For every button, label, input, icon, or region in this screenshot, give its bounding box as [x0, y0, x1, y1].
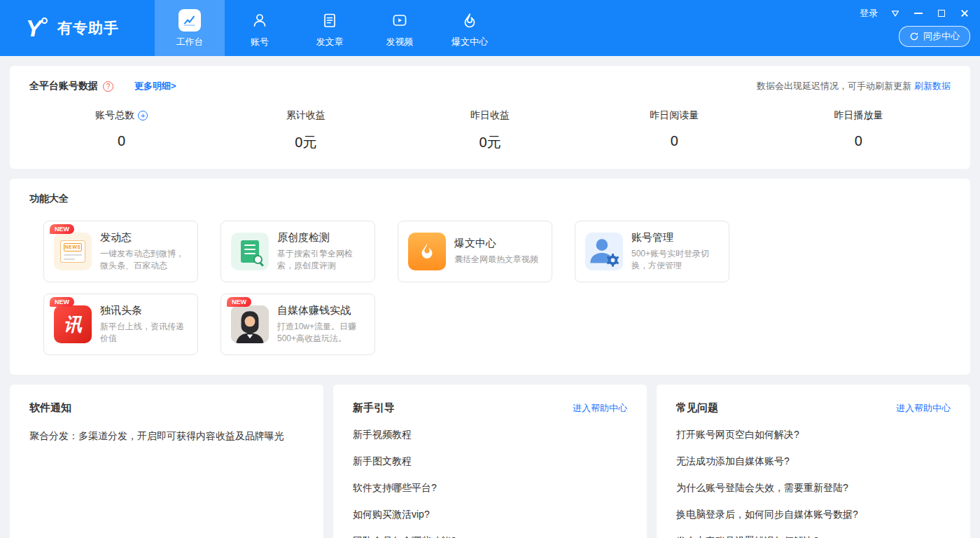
stat-label: 账号总数: [29, 109, 214, 122]
guide-item[interactable]: 如何购买激活vip?: [353, 502, 627, 528]
faq-item[interactable]: 无法成功添加自媒体账号?: [676, 448, 951, 475]
faq-item[interactable]: 为什么账号登陆会失效，需要重新登陆?: [676, 475, 951, 502]
feature-desc: 500+账号实时登录切换，方便管理: [631, 248, 719, 273]
feature-title: 账号管理: [631, 231, 719, 244]
nav-item-publish-article[interactable]: 发文章: [295, 0, 365, 56]
refresh-icon: [909, 32, 919, 41]
app-logo: Y 有专助手: [0, 0, 155, 56]
duxun-icon: 讯: [54, 305, 92, 343]
feature-card-account-manage[interactable]: 账号管理 500+账号实时登录切换，方便管理: [575, 221, 729, 282]
guide-item[interactable]: 新手图文教程: [353, 448, 627, 475]
new-badge: NEW: [50, 224, 74, 234]
guide-help-center-link[interactable]: 进入帮助中心: [573, 402, 627, 415]
nav-label-hot-article-center: 爆文中心: [451, 36, 488, 48]
stat-item-yesterday-income: 昨日收益 0元: [398, 109, 582, 152]
stat-item-total-accounts: 账号总数 0: [29, 109, 214, 152]
feature-card-originality-check[interactable]: 原创度检测 基于搜索引擎全网检索，原创度评测: [220, 221, 375, 282]
close-button[interactable]: [959, 8, 970, 19]
feature-desc: 新平台上线，资讯传递价值: [100, 321, 188, 345]
feature-card-duxun-toutiao[interactable]: NEW 讯 独讯头条 新平台上线，资讯传递价值: [43, 294, 198, 355]
nav-item-workbench[interactable]: 工作台: [155, 0, 225, 56]
faq-card: 常见问题 进入帮助中心 打开账号网页空白如何解决? 无法成功添加自媒体账号? 为…: [657, 385, 970, 538]
nav-item-hot-article-center[interactable]: 爆文中心: [435, 0, 505, 56]
refresh-data-link[interactable]: 刷新数据: [914, 80, 951, 92]
hot-center-flame-icon: [408, 233, 446, 270]
guide-item[interactable]: 软件支持哪些平台?: [353, 475, 627, 502]
logo-ring: [41, 18, 48, 24]
theme-skin-icon[interactable]: [890, 8, 901, 19]
features-card: 功能大全 NEW NEWS 发动态 一键发布动态到微博，微头条、百家动态: [10, 179, 970, 375]
header-right: 登录 同步中心: [860, 7, 970, 47]
stat-label-text: 昨日阅读量: [650, 109, 699, 122]
stats-head: 全平台账号数据 更多明细> 数据会出现延迟情况，可手动刷新更新 刷新数据: [29, 80, 951, 92]
faq-item[interactable]: 发布内容账号设置错误如何解决?: [676, 528, 951, 538]
guide-card: 新手引导 进入帮助中心 新手视频教程 新手图文教程 软件支持哪些平台? 如何购买…: [333, 385, 647, 538]
feature-text: 账号管理 500+账号实时登录切换，方便管理: [631, 231, 719, 273]
help-icon[interactable]: [103, 81, 113, 92]
stat-item-total-income: 累计收益 0元: [214, 109, 398, 152]
magnifier-icon: [253, 255, 262, 264]
account-manage-icon: [585, 233, 623, 270]
stat-label-text: 昨日收益: [470, 109, 510, 122]
feature-card-media-money-course[interactable]: NEW 自媒体赚钱实战 打造10w+流量。日赚500+高收益玩法。: [220, 294, 375, 355]
features-grid: NEW NEWS 发动态 一键发布动态到微博，微头条、百家动态: [43, 221, 951, 355]
nav-label-account: 账号: [251, 36, 269, 48]
stats-title: 全平台账号数据: [29, 80, 98, 92]
news-icon: NEWS: [54, 233, 92, 270]
feature-title: 发动态: [100, 231, 188, 244]
stat-item-yesterday-plays: 昨日播放量 0: [766, 109, 951, 152]
stat-item-yesterday-reads: 昨日阅读量 0: [582, 109, 766, 152]
faq-item[interactable]: 换电脑登录后，如何同步自媒体账号数据?: [676, 502, 951, 528]
add-account-icon[interactable]: [138, 111, 148, 120]
login-button[interactable]: 登录: [860, 7, 878, 20]
minimize-button[interactable]: [913, 8, 924, 19]
stats-row: 账号总数 0 累计收益 0元 昨日收益 0元 昨日阅读量 0: [29, 109, 951, 152]
faq-list: 打开账号网页空白如何解决? 无法成功添加自媒体账号? 为什么账号登陆会失效，需要…: [676, 422, 951, 538]
stat-value: 0元: [398, 133, 582, 152]
stat-value: 0元: [214, 133, 398, 152]
stat-label: 昨日收益: [398, 109, 582, 122]
maximize-button[interactable]: [936, 8, 947, 19]
nav-item-publish-video[interactable]: 发视频: [365, 0, 435, 56]
guide-title: 新手引导: [353, 401, 395, 415]
guide-item[interactable]: 团队会员包含哪些功能?: [353, 528, 627, 538]
feature-title: 原创度检测: [277, 231, 365, 244]
guide-list: 新手视频教程 新手图文教程 软件支持哪些平台? 如何购买激活vip? 团队会员包…: [353, 422, 627, 538]
main-nav: 工作台 账号 发文章 发视频: [155, 0, 505, 56]
sync-center-button[interactable]: 同步中心: [899, 26, 970, 47]
stat-label: 昨日播放量: [766, 109, 951, 122]
app-name: 有专助手: [57, 18, 119, 38]
feature-desc: 打造10w+流量。日赚500+高收益玩法。: [277, 321, 365, 345]
minimize-icon: [914, 13, 923, 14]
faq-item[interactable]: 打开账号网页空白如何解决?: [676, 422, 951, 448]
maximize-icon: [938, 10, 945, 17]
notice-head: 软件通知: [29, 401, 304, 415]
feature-desc: 一键发布动态到微博，微头条、百家动态: [100, 248, 188, 273]
more-detail-link[interactable]: 更多明细>: [134, 80, 176, 92]
newspaper-shape: NEWS: [60, 240, 85, 263]
window-controls: 登录: [860, 7, 970, 20]
workbench-icon-wrap: [178, 8, 201, 32]
stat-value: 0: [766, 133, 951, 149]
nav-label-publish-video: 发视频: [386, 36, 414, 48]
nav-label-publish-article: 发文章: [316, 36, 344, 48]
feature-title: 自媒体赚钱实战: [277, 304, 365, 317]
duxun-glyph: 讯: [64, 312, 82, 337]
stat-label: 累计收益: [214, 109, 398, 122]
main-content: 全平台账号数据 更多明细> 数据会出现延迟情况，可手动刷新更新 刷新数据 账号总…: [0, 56, 980, 538]
feature-desc: 基于搜索引擎全网检索，原创度评测: [277, 248, 365, 273]
feature-text: 发动态 一键发布动态到微博，微头条、百家动态: [100, 231, 188, 273]
feature-card-post-dynamic[interactable]: NEW NEWS 发动态 一键发布动态到微博，微头条、百家动态: [43, 221, 198, 282]
news-banner-text: NEWS: [64, 243, 82, 251]
feature-desc: 囊括全网最热文章视频: [454, 254, 542, 265]
new-badge: NEW: [227, 297, 251, 307]
stat-label-text: 昨日播放量: [834, 109, 883, 122]
faq-title: 常见问题: [676, 401, 718, 415]
close-icon: [960, 9, 969, 18]
feature-card-hot-article-center[interactable]: 爆文中心 囊括全网最热文章视频: [398, 221, 552, 282]
nav-item-account[interactable]: 账号: [225, 0, 295, 56]
stat-label: 昨日阅读量: [582, 109, 766, 122]
stat-value: 0: [29, 133, 214, 149]
faq-help-center-link[interactable]: 进入帮助中心: [896, 402, 951, 415]
guide-item[interactable]: 新手视频教程: [353, 422, 627, 448]
